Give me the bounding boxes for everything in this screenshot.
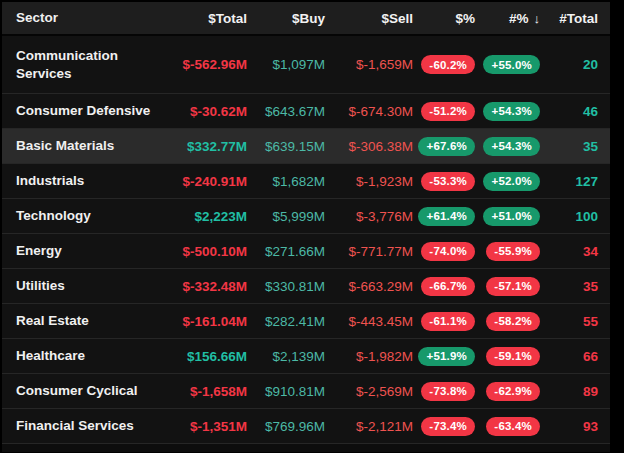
sector-name: Consumer Defensive [2,102,152,120]
dollar-total-value: $-240.91M [152,174,247,189]
table-bottom-filler [2,443,610,452]
dollar-sell-value: $-2,121M [325,419,413,434]
dollar-buy-value: $639.15M [247,139,325,154]
sector-name: Utilities [2,277,152,295]
sector-flow-screener: Sector $Total $Buy $Sell $% #%↓ #Total C… [0,0,624,453]
count-total-value: 127 [540,174,598,189]
column-header-dollar-total[interactable]: $Total [152,11,247,26]
column-header-sector[interactable]: Sector [2,9,152,27]
count-total-value: 46 [540,104,598,119]
dollar-buy-value: $5,999M [247,209,325,224]
dollar-pct-cell: -61.1% [413,312,475,331]
column-header-dollar-buy[interactable]: $Buy [247,11,325,26]
count-pct-cell: -58.2% [475,312,540,331]
column-header-dollar-pct[interactable]: $% [413,11,475,26]
count-total-value: 93 [540,419,598,434]
dollar-pct-cell: -73.4% [413,417,475,436]
dollar-pct-cell: +67.6% [413,137,475,156]
dollar-buy-value: $1,682M [247,174,325,189]
dollar-pct-cell: -66.7% [413,277,475,296]
dollar-pct-cell: +51.9% [413,347,475,366]
dollar-buy-value: $643.67M [247,104,325,119]
count-pct-cell: +52.0% [475,172,540,191]
count-pct-cell: +54.3% [475,137,540,156]
table-row[interactable]: Utilities$-332.48M$330.81M$-663.29M-66.7… [2,268,610,303]
dollar-sell-value: $-2,569M [325,384,413,399]
table-row[interactable]: Real Estate$-161.04M$282.41M$-443.45M-61… [2,303,610,338]
dollar-pct-badge: -74.0% [421,242,475,261]
count-total-value: 35 [540,279,598,294]
dollar-total-value: $2,223M [152,209,247,224]
dollar-pct-cell: -73.8% [413,382,475,401]
dollar-buy-value: $282.41M [247,314,325,329]
count-pct-badge: -62.9% [486,382,540,401]
sector-name: Real Estate [2,312,152,330]
count-pct-badge: +52.0% [483,172,540,191]
count-pct-cell: -55.9% [475,242,540,261]
table-row[interactable]: Energy$-500.10M$271.66M$-771.77M-74.0%-5… [2,233,610,268]
count-pct-cell: +55.0% [475,55,540,74]
dollar-sell-value: $-1,659M [325,57,413,72]
dollar-buy-value: $330.81M [247,279,325,294]
count-pct-badge: -58.2% [486,312,540,331]
column-header-dollar-sell[interactable]: $Sell [325,11,413,26]
sector-name: Industrials [2,172,152,190]
count-pct-cell: -63.4% [475,417,540,436]
sector-name: Basic Materials [2,137,152,155]
column-header-count-pct[interactable]: #%↓ [475,11,540,26]
dollar-sell-value: $-771.77M [325,244,413,259]
count-pct-label: #% [509,11,529,26]
table-row[interactable]: Consumer Defensive$-30.62M$643.67M$-674.… [2,93,610,128]
dollar-buy-value: $910.81M [247,384,325,399]
dollar-pct-badge: -60.2% [421,55,475,74]
table-row[interactable]: Communication Services$-562.96M$1,097M$-… [2,36,610,93]
dollar-sell-value: $-674.30M [325,104,413,119]
dollar-buy-value: $2,139M [247,349,325,364]
count-total-value: 34 [540,244,598,259]
sector-name: Energy [2,242,152,260]
dollar-sell-value: $-3,776M [325,209,413,224]
sector-name: Financial Services [2,417,152,435]
dollar-pct-badge: -73.8% [421,382,475,401]
count-total-value: 66 [540,349,598,364]
table-row[interactable]: Consumer Cyclical$-1,658M$910.81M$-2,569… [2,373,610,408]
dollar-total-value: $-30.62M [152,104,247,119]
dollar-sell-value: $-306.38M [325,139,413,154]
dollar-pct-badge: -73.4% [421,417,475,436]
table-row[interactable]: Industrials$-240.91M$1,682M$-1,923M-53.3… [2,163,610,198]
dollar-sell-value: $-663.29M [325,279,413,294]
dollar-sell-value: $-443.45M [325,314,413,329]
count-pct-badge: +51.0% [483,207,540,226]
dollar-total-value: $156.66M [152,349,247,364]
count-pct-badge: -63.4% [486,417,540,436]
sector-name: Communication Services [2,47,152,82]
count-pct-cell: -57.1% [475,277,540,296]
table-row[interactable]: Healthcare$156.66M$2,139M$-1,982M+51.9%-… [2,338,610,373]
table-row[interactable]: Basic Materials$332.77M$639.15M$-306.38M… [2,128,610,163]
sector-name: Healthcare [2,347,152,365]
dollar-total-value: $-332.48M [152,279,247,294]
count-pct-badge: -59.1% [486,347,540,366]
dollar-pct-badge: -66.7% [421,277,475,296]
dollar-pct-badge: +51.9% [418,347,475,366]
count-pct-badge: +55.0% [483,55,540,74]
dollar-total-value: $-1,351M [152,419,247,434]
table-body: Communication Services$-562.96M$1,097M$-… [2,36,610,443]
column-header-count-total[interactable]: #Total [540,11,598,26]
dollar-pct-badge: +67.6% [418,137,475,156]
table-row[interactable]: Technology$2,223M$5,999M$-3,776M+61.4%+5… [2,198,610,233]
count-pct-cell: +54.3% [475,102,540,121]
dollar-total-value: $-161.04M [152,314,247,329]
count-pct-badge: -57.1% [486,277,540,296]
dollar-pct-badge: -53.3% [421,172,475,191]
table-row[interactable]: Financial Services$-1,351M$769.96M$-2,12… [2,408,610,443]
count-total-value: 89 [540,384,598,399]
dollar-pct-cell: -53.3% [413,172,475,191]
dollar-pct-cell: -60.2% [413,55,475,74]
count-pct-cell: +51.0% [475,207,540,226]
dollar-total-value: $-562.96M [152,57,247,72]
count-total-value: 20 [540,57,598,72]
count-total-value: 100 [540,209,598,224]
dollar-total-value: $-1,658M [152,384,247,399]
dollar-pct-badge: +61.4% [418,207,475,226]
